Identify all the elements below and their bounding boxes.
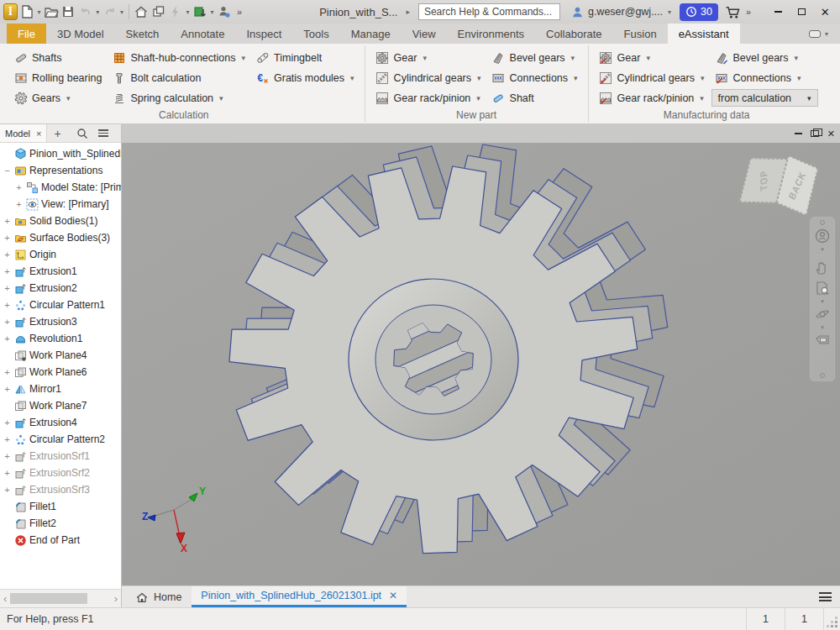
ribbon-button-timingbelt[interactable]: Timingbelt: [252, 48, 358, 67]
browser-horizontal-scrollbar[interactable]: ‹ ›: [0, 589, 121, 607]
open-icon[interactable]: [44, 3, 59, 21]
tree-item-circular-pattern1[interactable]: +Circular Pattern1: [0, 297, 121, 313]
expander-expand-icon[interactable]: +: [3, 283, 12, 293]
tree-item-mirror1[interactable]: +Mirror1: [0, 381, 121, 397]
tab-eassistant[interactable]: eAssistant: [668, 24, 740, 44]
redo-icon[interactable]: [102, 3, 117, 21]
ribbon-button-shaft[interactable]: Shaft: [488, 88, 581, 108]
tree-item-end-of-part[interactable]: End of Part: [0, 532, 121, 549]
tree-item-solid-bodies-1[interactable]: +Solid Bodies(1): [0, 213, 121, 229]
tree-item-representations[interactable]: −Representations: [0, 162, 121, 179]
trial-days-badge[interactable]: 30: [680, 3, 718, 21]
tab-list-menu-icon[interactable]: [819, 586, 832, 607]
tab-sketch[interactable]: Sketch: [115, 24, 171, 44]
tree-item-fillet2[interactable]: Fillet2: [0, 515, 121, 532]
tree-item-surface-bodies-3[interactable]: +Surface Bodies(3): [0, 229, 121, 246]
expander-expand-icon[interactable]: +: [3, 216, 12, 226]
browser-tab-close-icon[interactable]: ×: [36, 129, 41, 139]
doc-close-button[interactable]: ✕: [827, 129, 835, 139]
expander-expand-icon[interactable]: +: [3, 249, 12, 260]
tree-item-pinion-with-splinedhub-2[interactable]: Pinion_with_SplinedHub_2: [0, 145, 121, 162]
scroll-right-icon[interactable]: ›: [114, 592, 118, 605]
document-tab-active[interactable]: Pinion_with_SplinedHub_26021301.ipt ✕: [192, 586, 407, 607]
expander-collapse-icon[interactable]: −: [3, 165, 12, 176]
browser-menu-icon[interactable]: [98, 129, 108, 137]
tab-inspect[interactable]: Inspect: [235, 24, 292, 44]
expander-expand-icon[interactable]: +: [3, 233, 12, 243]
switch-window-icon[interactable]: [151, 3, 166, 21]
zoom-window-icon[interactable]: [813, 279, 832, 297]
viewport-canvas[interactable]: TOP BACK ▾ ▾ ▾: [122, 143, 840, 585]
ribbon-button-gratis-modules[interactable]: €Gratis modules▾: [252, 68, 358, 87]
ribbon-button-gear-rack-pinion[interactable]: Gear rack/pinion▾: [372, 88, 485, 108]
tab-manage[interactable]: Manage: [340, 24, 402, 44]
doc-minimize-button[interactable]: [795, 133, 802, 134]
pan-hand-icon[interactable]: [813, 259, 832, 277]
tree-item-revolution1[interactable]: +Revolution1: [0, 330, 121, 347]
close-button[interactable]: ✕: [813, 2, 837, 22]
expander-expand-icon[interactable]: +: [3, 367, 12, 377]
undo-dropdown-caret-icon[interactable]: ▾: [95, 8, 101, 16]
new-dropdown-caret-icon[interactable]: ▾: [36, 8, 42, 16]
ribbon-button-shaft-hub-connections[interactable]: Shaft-hub-connections▾: [108, 48, 249, 67]
orbit-icon[interactable]: [813, 305, 832, 323]
tree-item-extrusionsrf2[interactable]: +ExtrusionSrf2: [0, 465, 121, 481]
title-arrow-icon[interactable]: ▸: [406, 8, 410, 16]
tree-item-model-state-prim[interactable]: +Model State: [Prim: [0, 179, 121, 196]
titlebar-overflow-icon[interactable]: »: [746, 7, 749, 17]
tree-item-view-primary[interactable]: +View: [Primary]: [0, 196, 121, 213]
expander-expand-icon[interactable]: +: [3, 333, 12, 344]
material-icon[interactable]: [192, 3, 207, 21]
expander-expand-icon[interactable]: +: [3, 266, 12, 276]
tree-item-extrusionsrf3[interactable]: +ExtrusionSrf3: [0, 481, 121, 498]
look-at-icon[interactable]: [813, 331, 832, 349]
navigation-wheel-icon[interactable]: [813, 227, 832, 245]
ribbon-button-connections[interactable]: Connections▾: [488, 68, 581, 87]
scrollbar-thumb[interactable]: [10, 593, 87, 604]
ribbon-button-rolling-bearing[interactable]: Rolling bearing: [10, 68, 105, 87]
home-tab[interactable]: Home: [125, 586, 192, 607]
orbit-caret-icon[interactable]: ▾: [821, 325, 824, 329]
ribbon-button-bevel-gears[interactable]: Bevel gears▾: [711, 48, 818, 67]
account-menu[interactable]: g.weser@gwj.... ▾: [570, 5, 673, 19]
ribbon-button-shafts[interactable]: Shafts: [10, 48, 105, 67]
tree-item-extrusionsrf1[interactable]: +ExtrusionSrf1: [0, 448, 121, 465]
resize-grip[interactable]: [823, 608, 840, 630]
expander-expand-icon[interactable]: +: [3, 434, 12, 444]
material-caret-icon[interactable]: ▾: [209, 8, 215, 16]
expander-expand-icon[interactable]: +: [3, 451, 12, 461]
help-search-input[interactable]: [418, 3, 560, 20]
ribbon-button-connections[interactable]: Connections▾: [711, 68, 818, 87]
document-tab-close-icon[interactable]: ✕: [389, 590, 397, 601]
combo-from-calculation[interactable]: from calculation▾: [711, 89, 818, 107]
tree-item-extrusion3[interactable]: +Extrusion3: [0, 313, 121, 330]
share-icon[interactable]: [217, 3, 232, 21]
ribbon-button-bevel-gears[interactable]: Bevel gears▾: [488, 48, 581, 67]
tree-item-origin[interactable]: +Origin: [0, 246, 121, 263]
tree-item-work-plane7[interactable]: Work Plane7: [0, 397, 121, 414]
tree-item-fillet1[interactable]: Fillet1: [0, 498, 121, 515]
tab-file[interactable]: File: [7, 24, 46, 44]
redo-dropdown-caret-icon[interactable]: ▾: [119, 8, 125, 16]
new-document-icon[interactable]: [19, 3, 34, 21]
ribbon-button-gears[interactable]: Gears▾: [10, 88, 105, 108]
tree-item-extrusion4[interactable]: +Extrusion4: [0, 414, 121, 431]
tab-tools[interactable]: Tools: [292, 24, 339, 44]
maximize-button[interactable]: [790, 2, 813, 22]
ribbon-button-spring-calculation[interactable]: Spring calculation▾: [108, 88, 249, 108]
tree-item-circular-pattern2[interactable]: +Circular Pattern2: [0, 431, 121, 448]
quick-command-icon[interactable]: [168, 3, 183, 21]
tab-fusion[interactable]: Fusion: [613, 24, 668, 44]
browser-search-icon[interactable]: [76, 128, 88, 139]
expander-expand-icon[interactable]: +: [3, 417, 12, 428]
expander-expand-icon[interactable]: +: [3, 468, 12, 478]
browser-tab-model[interactable]: Model ×: [0, 124, 47, 142]
ribbon-button-gear[interactable]: Gear▾: [596, 48, 708, 67]
expander-expand-icon[interactable]: +: [3, 384, 12, 394]
quick-command-caret-icon[interactable]: ▾: [185, 8, 191, 16]
ribbon-collapse-button[interactable]: ▾: [809, 24, 830, 44]
ribbon-button-bolt-calculation[interactable]: Bolt calculation: [108, 68, 249, 87]
tab-view[interactable]: View: [402, 24, 447, 44]
inventor-logo-icon[interactable]: I: [3, 3, 18, 20]
expander-expand-icon[interactable]: +: [14, 182, 24, 192]
